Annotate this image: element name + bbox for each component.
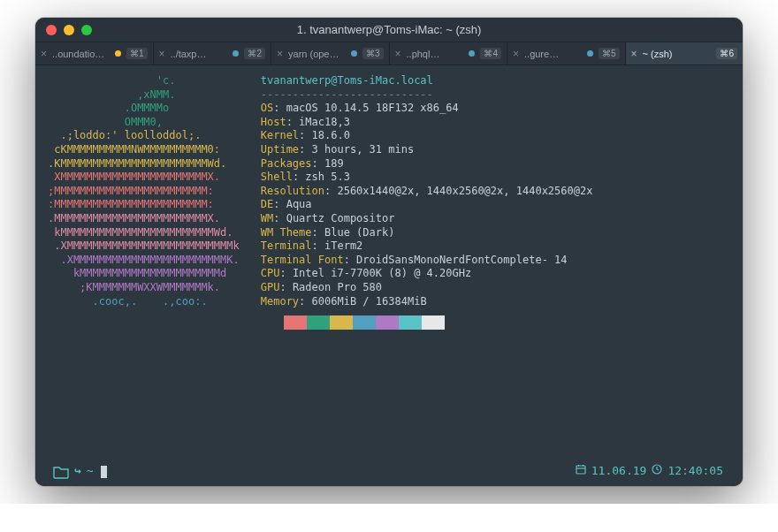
info-line-uptime: Uptime: 3 hours, 31 mins [261, 143, 730, 157]
ascii-line: cKMMMMMMMMMMNWMMMMMMMMMM0: [48, 143, 220, 156]
close-window-button[interactable] [46, 25, 57, 35]
info-value: : DroidSansMonoNerdFontComplete- 14 [344, 254, 568, 266]
tab-label: ..phql… [407, 49, 464, 59]
info-value: : Quartz Compositor [273, 212, 394, 224]
clock-icon [652, 464, 662, 479]
info-key: Host [261, 116, 286, 128]
info-line-terminal: Terminal: iTerm2 [261, 239, 730, 254]
titlebar: 1. tvanantwerp@Toms-iMac: ~ (zsh) [35, 18, 743, 42]
close-tab-icon[interactable]: × [513, 48, 519, 60]
info-key: WM Theme [261, 226, 312, 239]
color-swatch [399, 315, 422, 330]
tab-4[interactable]: ×..phql…⌘4 [390, 42, 508, 65]
info-line-resolution: Resolution: 2560x1440@2x, 1440x2560@2x, … [261, 185, 730, 199]
system-info-column: tvanantwerp@Toms-iMac.local ------------… [261, 74, 730, 330]
close-tab-icon[interactable]: × [277, 48, 283, 60]
zoom-window-button[interactable] [81, 25, 92, 35]
minimize-window-button[interactable] [64, 25, 74, 35]
close-tab-icon[interactable]: × [159, 48, 165, 60]
info-line-de: DE: Aqua [261, 198, 730, 212]
info-line-memory: Memory: 6006MiB / 16384MiB [261, 295, 730, 309]
info-value: : macOS 10.14.5 18F132 x86_64 [273, 102, 459, 114]
info-key: Terminal Font [261, 254, 344, 266]
color-swatch [307, 315, 330, 330]
color-swatch [422, 315, 445, 330]
info-key: GPU [261, 281, 280, 293]
tab-status-dot [469, 50, 475, 57]
info-key: Shell [261, 171, 293, 183]
info-line-terminal-font: Terminal Font: DroidSansMonoNerdFontComp… [261, 254, 730, 268]
terminal-body[interactable]: 'c. ,xNMM. .OMMMMo OMMM0, .;loddo:' lool… [35, 65, 743, 486]
tab-2[interactable]: ×../taxp…⌘2 [154, 42, 272, 65]
info-line-os: OS: macOS 10.14.5 18F132 x86_64 [261, 102, 730, 116]
tab-label: ..gure… [524, 49, 582, 59]
close-tab-icon[interactable]: × [41, 48, 47, 60]
info-key: Uptime [261, 143, 299, 156]
tab-6[interactable]: ×~ (zsh)⌘6 [626, 42, 744, 65]
info-value: : Blue (Dark) [312, 226, 395, 239]
info-key: Memory [261, 295, 299, 308]
info-line-cpu: CPU: Intel i7-7700K (8) @ 4.20GHz [261, 267, 730, 281]
info-key: DE [261, 198, 273, 210]
info-line-wm: WM: Quartz Compositor [261, 212, 730, 226]
status-bar: ↪ ~ 11.06.19 12:40:05 [48, 460, 730, 481]
prompt-arrow-icon: ↪ [74, 464, 81, 479]
prompt[interactable]: ↪ ~ [53, 464, 107, 479]
tab-status-dot [351, 50, 357, 57]
info-key: OS [261, 102, 273, 114]
neofetch-output: 'c. ,xNMM. .OMMMMo OMMM0, .;loddo:' lool… [48, 74, 730, 330]
tab-5[interactable]: ×..gure…⌘5 [507, 42, 626, 65]
tab-shortcut: ⌘5 [599, 48, 620, 59]
tab-status-dot [587, 50, 593, 57]
info-key: Kernel [261, 129, 299, 141]
info-value: : Radeon Pro 580 [279, 281, 382, 293]
tab-status-dot [115, 50, 121, 57]
tab-status-dot [233, 50, 239, 57]
ascii-line: OMMM0, [48, 116, 163, 128]
tab-shortcut: ⌘2 [244, 48, 265, 59]
folder-icon [53, 465, 69, 479]
ascii-line: ;MMMMMMMMMMMMMMMMMMMMMMMM: [48, 185, 214, 197]
tab-3[interactable]: ×yarn (ope…⌘3 [271, 42, 390, 65]
info-value: : iTerm2 [312, 239, 363, 252]
close-tab-icon[interactable]: × [631, 48, 637, 60]
info-key: WM [261, 212, 273, 224]
info-value: : 2560x1440@2x, 1440x2560@2x, 1440x2560@… [324, 185, 592, 197]
info-value: : Aqua [273, 198, 311, 210]
info-line-shell: Shell: zsh 5.3 [261, 171, 730, 185]
info-value: : iMac18,3 [286, 116, 350, 128]
info-key: Packages [261, 157, 312, 170]
info-line-packages: Packages: 189 [261, 157, 730, 171]
ascii-line: kMMMMMMMMMMMMMMMMMMMMMMMMWd. [48, 226, 233, 239]
info-line-gpu: GPU: Radeon Pro 580 [261, 281, 730, 295]
status-time: 12:40:05 [667, 464, 723, 479]
ascii-line: .KMMMMMMMMMMMMMMMMMMMMMMMWd. [48, 157, 226, 170]
ascii-line: ;KMMMMMMMWXXWMMMMMMMk. [48, 281, 220, 293]
ascii-art-logo: 'c. ,xNMM. .OMMMMo OMMM0, .;loddo:' lool… [48, 74, 240, 330]
color-swatch [284, 315, 307, 330]
separator-line: --------------------------- [261, 88, 730, 103]
tab-shortcut: ⌘4 [480, 48, 501, 59]
status-date: 11.06.19 [591, 464, 647, 479]
tab-label: yarn (ope… [288, 49, 346, 59]
color-swatch [376, 315, 399, 330]
ascii-line: .cooc,. .,coo:. [48, 295, 208, 308]
color-swatch [353, 315, 376, 330]
tab-1[interactable]: ×..oundatio…⌘1 [35, 42, 154, 65]
info-key: Terminal [261, 239, 312, 252]
color-swatches [261, 315, 730, 330]
ascii-line: XMMMMMMMMMMMMMMMMMMMMMMMX. [48, 171, 220, 183]
ascii-line: .XMMMMMMMMMMMMMMMMMMMMMMMMK. [48, 254, 240, 266]
ascii-line: .MMMMMMMMMMMMMMMMMMMMMMMMX. [48, 212, 220, 224]
tab-label: ../taxp… [171, 49, 228, 59]
traffic-lights [35, 25, 92, 35]
status-right: 11.06.19 12:40:05 [576, 464, 723, 479]
close-tab-icon[interactable]: × [395, 48, 401, 60]
ascii-line: :MMMMMMMMMMMMMMMMMMMMMMMM: [48, 198, 214, 210]
ascii-line: kMMMMMMMMMMMMMMMMMMMMMMd [48, 267, 226, 279]
window-title: 1. tvanantwerp@Toms-iMac: ~ (zsh) [35, 23, 743, 36]
color-swatch [261, 315, 284, 330]
info-line-host: Host: iMac18,3 [261, 116, 730, 130]
calendar-icon [576, 464, 586, 479]
info-key: CPU [261, 267, 280, 279]
